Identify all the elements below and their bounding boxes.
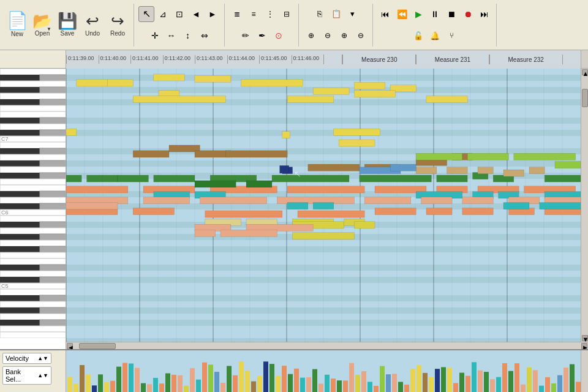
record[interactable]: ⏺ [460, 6, 476, 22]
tool-marquee[interactable]: ⊡ [172, 6, 187, 22]
notes-container: ▲ ▼ ◄ ► [0, 69, 588, 349]
tool-stretch[interactable]: ⇔ [197, 28, 213, 43]
tool-move[interactable]: ✛ [147, 28, 163, 43]
tool-draw2[interactable]: ✒ [254, 28, 270, 43]
redo-button[interactable]: ↪ Redo [105, 7, 130, 43]
redo-icon: ↪ [111, 13, 124, 29]
save-icon: 💾 [58, 13, 77, 29]
measure-231: Measure 231 [415, 55, 489, 64]
measure-230: Measure 230 [342, 55, 415, 64]
quantize-3[interactable]: ⋮ [262, 6, 278, 22]
main-area: 0:11:39.00 0:11:40.00 0:11:41.00 0:11:42… [0, 50, 588, 392]
zoom-out-v[interactable]: ⊖ [320, 28, 336, 43]
zoom-in-h[interactable]: ⊕ [336, 28, 352, 43]
quantize-2[interactable]: ≡ [246, 6, 262, 22]
tool-draw[interactable]: ✏ [238, 28, 254, 43]
time-2: 0:11:40.00 [99, 55, 131, 64]
redo-label: Redo [110, 30, 125, 37]
tool-select[interactable]: ↖ [138, 6, 154, 22]
timeline-ruler[interactable]: 0:11:39.00 0:11:40.00 0:11:41.00 0:11:42… [66, 50, 581, 69]
go-start[interactable]: ⏮ [377, 6, 393, 22]
transport-group: ⎘ 📋 ▾ ⊕ ⊖ ⊕ ⊖ [303, 4, 373, 47]
time-1: 0:11:39.00 [66, 55, 99, 64]
measure-232: Measure 232 [489, 55, 562, 64]
grid-canvas [66, 69, 581, 342]
undo-icon: ↩ [86, 13, 99, 29]
undo-label: Undo [85, 30, 100, 37]
piano-keyboard[interactable] [0, 69, 66, 349]
new-icon: 📄 [7, 12, 28, 29]
play[interactable]: ▶ [410, 6, 426, 22]
pause[interactable]: ⏸ [427, 6, 443, 22]
quantize-group: ≣ ≡ ⋮ ⊟ ✏ ✒ ⊙ [229, 4, 299, 47]
velocity-dropdown-arrow: ▲▼ [37, 355, 48, 361]
time-8: 0:11:46.00 [292, 55, 324, 64]
new-button[interactable]: 📄 New [5, 7, 29, 43]
time-6: 0:11:44.00 [227, 55, 260, 64]
time-3: 0:11:41.00 [130, 55, 163, 64]
branch[interactable]: ⑂ [443, 28, 459, 43]
timeline: 0:11:39.00 0:11:40.00 0:11:41.00 0:11:42… [0, 50, 588, 69]
v-scrollbar[interactable]: ▲ ▼ [581, 69, 588, 342]
tool-pencil-select[interactable]: ⊿ [155, 6, 171, 22]
time-4: 0:11:42.00 [163, 55, 195, 64]
quantize-4[interactable]: ⊟ [279, 6, 295, 22]
new-label: New [11, 31, 23, 37]
tool-right-arrow[interactable]: ► [205, 6, 221, 22]
bank-dropdown-arrow: ▲▼ [37, 372, 48, 379]
tool-left-arrow[interactable]: ◄ [188, 6, 204, 22]
velocity-canvas [66, 350, 581, 392]
rewind[interactable]: ⏪ [394, 6, 410, 22]
bank-dropdown[interactable]: Bank Sel... ▲▼ [2, 366, 51, 385]
bank-label: Bank Sel... [6, 368, 36, 383]
edit-tools-group: ↖ ⊿ ⊡ ◄ ► ✛ ↔ ↕ ⇔ [138, 4, 225, 47]
clipboard-out[interactable]: 📋 [328, 6, 344, 22]
velocity-bars-area[interactable] [66, 350, 581, 392]
time-7: 0:11:45.00 [259, 55, 292, 64]
measure-0 [323, 55, 342, 64]
stop[interactable]: ⏹ [443, 6, 459, 22]
undo-button[interactable]: ↩ Undo [80, 7, 105, 43]
clipboard-in[interactable]: ⎘ [312, 6, 328, 22]
toolbar: 📄 New 📂 Open ▼ 💾 Save ↩ Undo ↪ Redo [0, 0, 588, 50]
note-grid[interactable] [66, 69, 581, 342]
velocity-label: Velocity [6, 355, 29, 362]
open-button[interactable]: 📂 Open ▼ [30, 7, 55, 43]
mute[interactable]: 🔔 [427, 28, 443, 43]
tool-move-v[interactable]: ↕ [180, 28, 196, 43]
time-5: 0:11:43.00 [195, 55, 227, 64]
timeline-piano-space [0, 50, 66, 68]
lock[interactable]: 🔓 [410, 28, 426, 43]
tool-magnet[interactable]: ⊙ [271, 28, 287, 43]
playback-group: ⏮ ⏪ ▶ ⏸ ⏹ ⏺ ⏭ 🔓 🔔 ⑂ [377, 4, 497, 47]
measure-end [562, 55, 581, 64]
velocity-controls: Velocity ▲▼ Bank Sel... ▲▼ [0, 350, 66, 392]
velocity-dropdown[interactable]: Velocity ▲▼ [2, 353, 51, 364]
go-end[interactable]: ⏭ [477, 6, 492, 22]
quantize-1[interactable]: ≣ [229, 6, 245, 22]
h-scrollbar[interactable]: ◄ ► [66, 342, 588, 349]
file-group: 📄 New 📂 Open ▼ 💾 Save ↩ Undo ↪ Redo [5, 4, 134, 47]
zoom-in-v[interactable]: ⊕ [303, 28, 319, 43]
save-button[interactable]: 💾 Save [55, 7, 80, 43]
velocity-panel: Velocity ▲▼ Bank Sel... ▲▼ [0, 349, 588, 392]
zoom-out-h[interactable]: ⊖ [353, 28, 369, 43]
save-label: Save [61, 30, 75, 37]
tool-move-h[interactable]: ↔ [164, 28, 179, 43]
clipboard-arrow[interactable]: ▾ [345, 6, 361, 22]
